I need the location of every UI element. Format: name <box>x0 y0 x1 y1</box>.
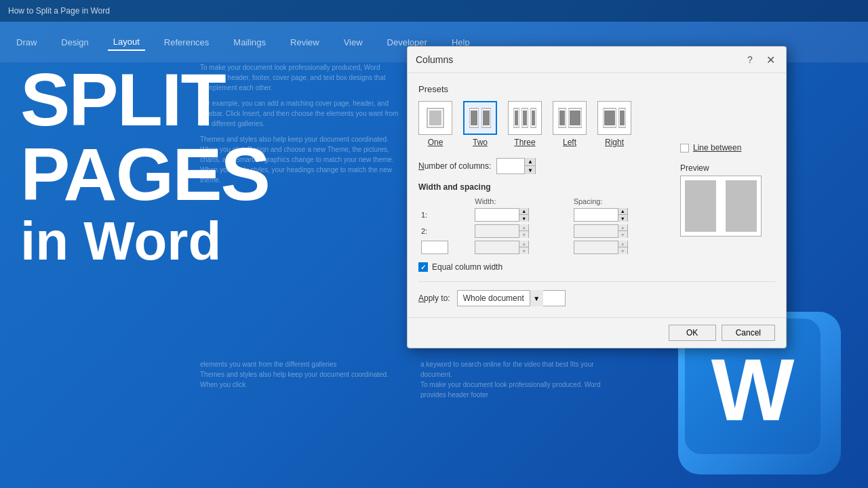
col3-spacing-up: ▲ <box>618 241 627 247</box>
line-between-label: Line between <box>693 143 741 152</box>
doc-para7: To make your document look professionall… <box>420 380 610 400</box>
num-cols-down[interactable]: ▼ <box>524 166 535 174</box>
preview-box <box>680 176 762 237</box>
col1-spacing-up[interactable]: ▲ <box>618 208 627 215</box>
preview-col-gap <box>719 180 723 232</box>
preset-one-label: One <box>428 138 443 147</box>
doc-para2: For example, you can add a matching cove… <box>200 98 400 129</box>
title-bar: How to Split a Page in Word <box>0 0 868 22</box>
col2-spacing-up: ▲ <box>618 224 627 231</box>
ok-button[interactable]: OK <box>669 325 716 341</box>
col3-spacing-input <box>574 243 618 252</box>
preview-col-2 <box>726 180 757 232</box>
svg-rect-26 <box>604 110 615 125</box>
preset-left-label: Left <box>563 138 576 147</box>
col3-num-empty <box>421 241 448 254</box>
preset-two[interactable]: Two <box>463 101 497 147</box>
doc-para1: To make your document look professionall… <box>200 62 400 93</box>
cancel-button[interactable]: Cancel <box>722 325 775 341</box>
preset-left-icon <box>553 101 587 135</box>
col1-width-down[interactable]: ▼ <box>519 215 528 222</box>
col3-width-up: ▲ <box>519 241 528 247</box>
preset-left[interactable]: Left <box>553 101 587 147</box>
col3-width-input <box>475 243 519 252</box>
preset-right-label: Right <box>605 138 624 147</box>
ribbon-tab-layout[interactable]: Layout <box>108 34 145 51</box>
num-cols-up[interactable]: ▲ <box>524 158 535 166</box>
dialog-controls: ? ✕ <box>743 52 778 67</box>
col1-num: 1: <box>418 207 472 223</box>
col1-spacing-down[interactable]: ▼ <box>618 215 627 222</box>
col2-row: 2: 7.34 cm ▲ ▼ <box>418 223 669 239</box>
num-cols-input[interactable]: 2 <box>497 159 524 174</box>
width-spacing-table: Width: Spacing: 1: 7.34 cm ▲ ▼ <box>418 196 669 256</box>
col3-spacing-down: ▼ <box>618 247 627 254</box>
doc-text-bottom-left: elements you want from the different gal… <box>200 359 390 390</box>
svg-rect-14 <box>523 110 527 125</box>
line-between-row: Line between <box>680 143 775 152</box>
svg-rect-5 <box>471 110 477 125</box>
col3-num-cell <box>418 239 472 256</box>
col2-spacing-cell: ▲ ▼ <box>571 223 669 239</box>
preset-three[interactable]: Three <box>508 101 542 147</box>
preview-label: Preview <box>680 163 775 173</box>
apply-to-select[interactable]: Whole document ▼ <box>457 290 566 306</box>
dialog-body: Presets One <box>408 73 786 317</box>
doc-para6: a keyword to search online for the video… <box>420 359 610 380</box>
col1-spacing-input[interactable]: 1.25 cm <box>574 210 618 220</box>
col3-spacing-spinner: ▲ ▼ <box>574 241 628 254</box>
col3-spacing-btns: ▲ ▼ <box>618 241 627 254</box>
preset-right[interactable]: Right <box>597 101 631 147</box>
columns-dialog: Columns ? ✕ Presets <box>407 46 787 348</box>
col3-spacing-cell: ▲ ▼ <box>571 239 669 256</box>
ribbon-tab-references[interactable]: References <box>159 35 214 50</box>
col2-spacing-input <box>574 226 618 236</box>
col1-row: 1: 7.34 cm ▲ ▼ <box>418 207 669 223</box>
equal-col-label: Equal column width <box>432 262 502 272</box>
dialog-help-button[interactable]: ? <box>743 52 757 67</box>
col1-width-input[interactable]: 7.34 cm <box>475 210 519 220</box>
col2-width-input: 7.34 cm <box>475 226 519 236</box>
col2-num: 2: <box>418 223 472 239</box>
svg-rect-20 <box>559 110 565 125</box>
line-between-checkbox[interactable] <box>680 144 689 152</box>
col1-spacing-spinner[interactable]: 1.25 cm ▲ ▼ <box>574 208 628 222</box>
col3-width-btns: ▲ ▼ <box>519 241 528 254</box>
equal-col-checkbox[interactable] <box>418 262 428 272</box>
equal-col-row: Equal column width <box>418 262 669 272</box>
preset-two-icon <box>463 101 497 135</box>
col2-width-up: ▲ <box>519 224 528 231</box>
ribbon-tab-mailings[interactable]: Mailings <box>228 35 271 50</box>
ribbon-tab-view[interactable]: View <box>338 35 368 50</box>
dialog-left-panel: One <box>418 101 669 272</box>
dialog-title: Columns <box>416 54 453 65</box>
presets-row: One <box>418 101 669 147</box>
col2-spacing-spinner: ▲ ▼ <box>574 224 628 238</box>
dialog-footer: OK Cancel <box>408 317 786 348</box>
col1-spacing-cell: 1.25 cm ▲ ▼ <box>571 207 669 223</box>
ribbon-tab-review[interactable]: Review <box>285 35 325 50</box>
preset-one-icon <box>418 101 452 135</box>
col1-width-spinner[interactable]: 7.34 cm ▲ ▼ <box>475 208 529 222</box>
dialog-close-button[interactable]: ✕ <box>763 52 778 67</box>
col3-width-down: ▼ <box>519 247 528 254</box>
num-cols-label: Number of columns: <box>418 161 491 171</box>
col2-width-down: ▼ <box>519 231 528 238</box>
doc-text-area: To make your document look professionall… <box>200 62 400 190</box>
ribbon-tab-design[interactable]: Design <box>56 35 94 50</box>
num-cols-spinner[interactable]: 2 ▲ ▼ <box>496 158 536 174</box>
col3-width-cell: ▲ ▼ <box>472 239 570 256</box>
apply-to-value: Whole document <box>458 293 530 303</box>
doc-para5: Themes and styles also help keep your do… <box>200 369 390 390</box>
presets-label: Presets <box>418 84 775 94</box>
preset-three-label: Three <box>514 138 535 147</box>
ribbon-tab-draw[interactable]: Draw <box>11 35 42 50</box>
num-cols-label-text: umber of columns: <box>425 161 492 171</box>
col1-width-up[interactable]: ▲ <box>519 208 528 215</box>
col1-width-btns: ▲ ▼ <box>519 208 528 222</box>
apply-to-dropdown-arrow[interactable]: ▼ <box>530 290 543 306</box>
preset-one[interactable]: One <box>418 101 452 147</box>
col-header <box>418 196 472 207</box>
col3-row: ▲ ▼ ▲ ▼ <box>418 239 669 256</box>
dialog-right-panel: Line between Preview <box>680 101 775 237</box>
